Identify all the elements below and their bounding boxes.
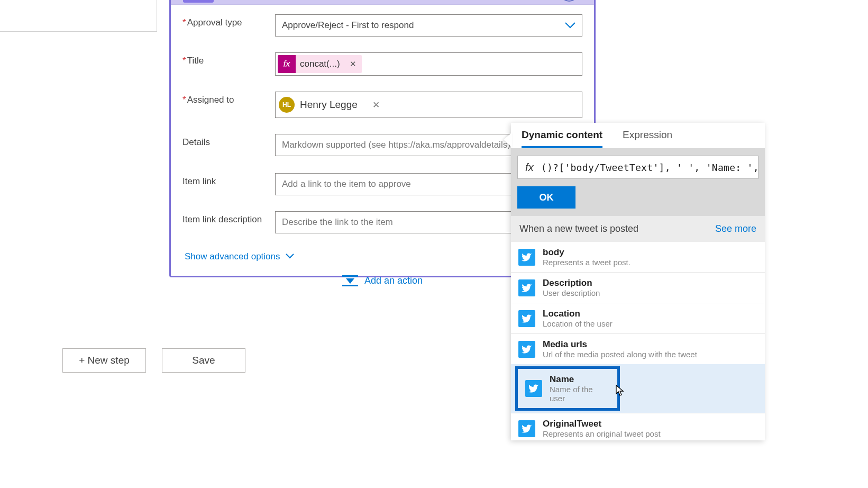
label-details: Details xyxy=(182,134,275,148)
remove-pill-icon[interactable]: ✕ xyxy=(344,59,362,69)
advanced-label: Show advanced options xyxy=(185,251,280,262)
chevron-down-icon xyxy=(286,252,294,261)
twitter-icon xyxy=(518,310,535,327)
concat-pill[interactable]: fx concat(...) ✕ xyxy=(278,55,362,73)
dyn-item-original-tweet[interactable]: OriginalTweet Represents an original twe… xyxy=(511,413,765,444)
dynamic-content-panel: Dynamic content Expression fx ()?['body/… xyxy=(511,123,765,440)
item-title: body xyxy=(543,247,631,258)
panel-tabs: Dynamic content Expression xyxy=(511,123,765,148)
expression-area: fx ()?['body/TweetText'], ' ', 'Name: ',… xyxy=(511,148,765,216)
expression-text: ()?['body/TweetText'], ' ', 'Name: ', xyxy=(541,162,758,173)
new-step-button[interactable]: + New step xyxy=(62,348,146,373)
label-title: *Title xyxy=(182,52,275,66)
assigned-to-input[interactable]: HL Henry Legge ✕ xyxy=(275,92,582,118)
item-title: OriginalTweet xyxy=(543,419,661,429)
item-title: Media urls xyxy=(543,339,697,350)
cursor-icon xyxy=(615,384,626,398)
row-assigned-to: *Assigned to HL Henry Legge ✕ xyxy=(182,92,582,118)
card-header-icon xyxy=(183,0,214,3)
panel-pointer xyxy=(504,132,512,147)
twitter-icon xyxy=(518,249,535,266)
row-approval-type: *Approval type Approve/Reject - First to… xyxy=(182,14,582,37)
dyn-item-location[interactable]: Location Location of the user xyxy=(511,303,765,334)
details-placeholder: Markdown supported (see https://aka.ms/a… xyxy=(282,140,510,150)
item-link-input[interactable]: Add a link to the item to approve xyxy=(275,173,513,195)
dyn-item-name-row[interactable]: Name Name of the user xyxy=(511,364,765,413)
person-pill[interactable]: HL Henry Legge ✕ xyxy=(278,96,383,114)
footer-buttons: + New step Save xyxy=(62,348,245,373)
twitter-icon xyxy=(518,420,535,437)
twitter-icon xyxy=(525,380,542,397)
label-item-link-desc: Item link description xyxy=(182,211,275,225)
save-button[interactable]: Save xyxy=(162,348,245,373)
item-title: Description xyxy=(543,278,600,288)
fx-icon: fx xyxy=(518,161,541,174)
expression-input[interactable]: fx ()?['body/TweetText'], ' ', 'Name: ', xyxy=(517,156,759,179)
dyn-item-name-selected[interactable]: Name Name of the user xyxy=(515,366,620,411)
label-approval-type: *Approval type xyxy=(182,14,275,28)
tab-expression[interactable]: Expression xyxy=(623,129,672,148)
concat-text: concat(...) xyxy=(296,59,344,69)
see-more-link[interactable]: See more xyxy=(715,223,756,234)
item-sub: Represents an original tweet post xyxy=(543,429,661,438)
insert-action-icon xyxy=(342,275,358,286)
approval-type-select[interactable]: Approve/Reject - First to respond xyxy=(275,14,582,37)
tab-dynamic-content[interactable]: Dynamic content xyxy=(522,129,602,148)
dyn-item-media-urls[interactable]: Media urls Url of the media posted along… xyxy=(511,334,765,364)
label-assigned-to: *Assigned to xyxy=(182,92,275,105)
person-name: Henry Legge xyxy=(300,99,358,111)
item-link-placeholder: Add a link to the item to approve xyxy=(282,179,411,189)
left-panel xyxy=(0,0,157,32)
section-header: When a new tweet is posted See more xyxy=(511,216,765,242)
chevron-down-icon xyxy=(565,20,575,32)
item-sub: Represents a tweet post. xyxy=(543,258,631,267)
item-sub: User description xyxy=(543,288,600,297)
item-sub: Name of the user xyxy=(550,385,610,403)
section-title: When a new tweet is posted xyxy=(519,223,638,234)
item-link-desc-placeholder: Describe the link to the item xyxy=(282,217,393,228)
twitter-icon xyxy=(518,279,535,296)
add-action-label: Add an action xyxy=(364,275,423,286)
item-link-desc-input[interactable]: Describe the link to the item xyxy=(275,211,513,233)
dyn-item-description[interactable]: Description User description xyxy=(511,273,765,303)
row-title: *Title fx concat(...) ✕ xyxy=(182,52,582,76)
item-sub: Location of the user xyxy=(543,319,613,328)
item-title: Name xyxy=(550,374,610,385)
card-header xyxy=(171,0,594,5)
ok-button[interactable]: OK xyxy=(517,186,575,209)
fx-icon: fx xyxy=(278,55,296,73)
item-sub: Url of the media posted along with the t… xyxy=(543,350,697,359)
item-title: Location xyxy=(543,309,613,319)
remove-person-icon[interactable]: ✕ xyxy=(372,100,380,111)
title-input[interactable]: fx concat(...) ✕ xyxy=(275,52,582,76)
avatar: HL xyxy=(279,97,295,113)
dyn-item-body[interactable]: body Represents a tweet post. xyxy=(511,242,765,273)
twitter-icon xyxy=(518,341,535,358)
label-item-link: Item link xyxy=(182,173,275,187)
approval-type-value: Approve/Reject - First to respond xyxy=(282,20,414,31)
